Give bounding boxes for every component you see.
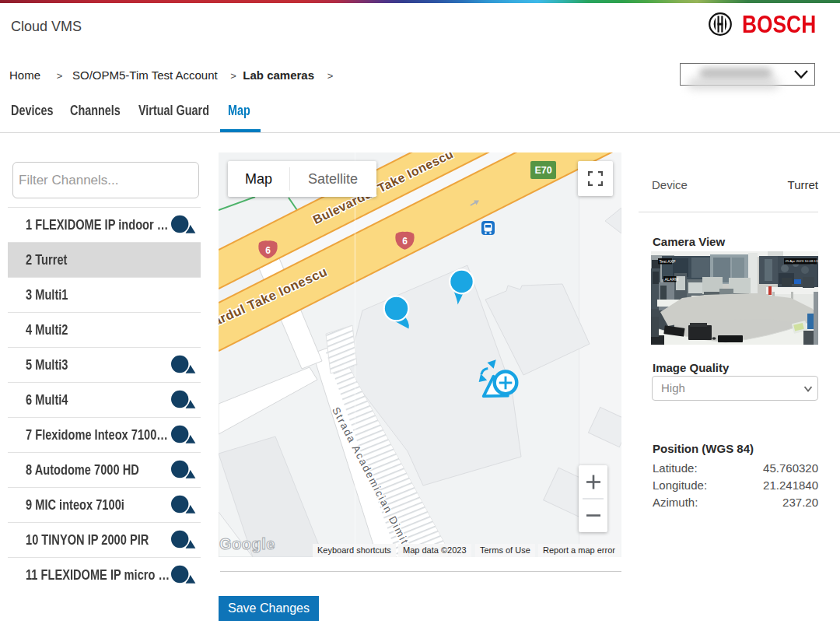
svg-text:6: 6 [265,245,271,256]
svg-text:6: 6 [402,236,408,247]
svg-text:25 Apr 2023 10:08:13: 25 Apr 2023 10:08:13 [786,259,819,263]
svg-text:Test AXP: Test AXP [660,259,677,264]
svg-text:ALARM: ALARM [665,277,679,282]
svg-text:E70: E70 [534,165,551,176]
